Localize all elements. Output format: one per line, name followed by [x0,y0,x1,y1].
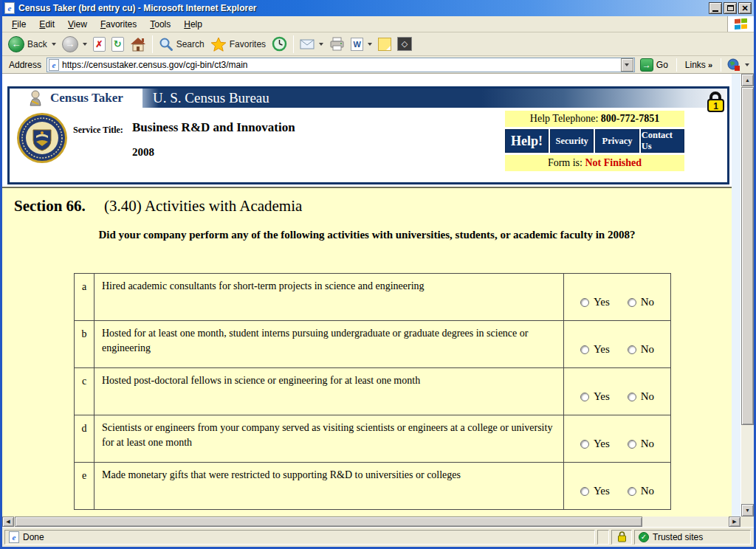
page-icon: e [49,59,59,71]
row-description: Hired academic consultants for short-ter… [94,274,564,321]
form-status-bar: Form is: Not Finished [505,155,684,171]
privacy-button[interactable]: Privacy [595,129,639,153]
address-input[interactable]: e https://censustaker.census.gov/cgi-bin… [47,58,635,72]
table-row: d Scientists or engineers from your comp… [75,415,671,463]
menu-tools[interactable]: Tools [143,17,177,32]
security-button[interactable]: Security [550,129,594,153]
app-name: Census Taker [50,91,123,106]
pdf-dropdown-icon[interactable] [745,63,749,66]
yes-radio[interactable] [580,298,589,307]
pdf-globe-button[interactable] [724,57,752,73]
trusted-check-icon: ✓ [639,532,649,542]
activities-table: a Hired academic consultants for short-t… [74,273,671,510]
address-dropdown-button[interactable] [621,58,633,72]
help-phone-label: Help Telephone: [530,113,598,124]
help-button[interactable]: Help! [505,129,549,153]
links-button[interactable]: Links » [680,60,718,70]
scroll-down-icon[interactable]: ▼ [741,504,754,517]
stop-button[interactable]: ✗ [90,35,109,53]
menu-view[interactable]: View [61,17,94,32]
vertical-scrollbar[interactable]: ▲ ▼ [740,74,754,517]
no-radio[interactable] [628,487,636,496]
yes-radio[interactable] [580,345,589,354]
service-title: Business R&D and Innovation [132,120,295,135]
browser-viewport: Census Taker U. S. Census Bureau [2,74,754,527]
status-page-icon: e [9,531,19,543]
print-icon [329,37,345,51]
row-description: Scientists or engineers from your compan… [94,415,564,463]
header-nav: Help! Security Privacy Contact Us [505,129,684,153]
scroll-left-icon[interactable]: ◀ [2,517,14,527]
horizontal-scrollbar[interactable]: ◀ ▶ [2,517,740,527]
history-button[interactable] [269,35,290,53]
window-title: Census Taker (brd entry cu) - Microsoft … [18,3,709,13]
agency-banner: U. S. Census Bureau [142,89,727,108]
yes-radio[interactable] [580,440,589,449]
no-radio[interactable] [628,440,636,449]
notes-button[interactable] [375,36,394,52]
no-label: No [641,296,654,308]
section-title: (3.40) Activities with Academia [104,197,302,215]
edit-with-word-button[interactable]: W [348,36,375,52]
search-icon [159,37,173,52]
menu-help[interactable]: Help [177,17,209,32]
row-description: Hosted post-doctoral fellows in science … [94,368,564,415]
header-body: Service Title: Business R&D and Innovati… [10,108,727,182]
favorites-button[interactable]: Favorites [207,35,269,53]
refresh-button[interactable]: ↻ [109,35,127,53]
highlight-tool-button[interactable]: ◇ [394,35,415,52]
census-header-box: Census Taker U. S. Census Bureau [7,86,729,184]
table-row: e Made monetary gifts that were restrict… [75,463,671,510]
back-dropdown-icon[interactable] [52,43,56,46]
print-button[interactable] [326,35,348,52]
contact-us-button[interactable]: Contact Us [641,129,684,153]
favorites-star-icon [210,37,227,52]
mail-button[interactable] [297,38,326,51]
section-number: Section 66. [14,197,86,215]
service-year: 2008 [132,146,154,159]
menu-edit[interactable]: Edit [32,17,61,32]
navigation-toolbar: ← Back → ✗ ↻ Search [2,32,754,56]
vertical-scroll-thumb[interactable] [741,87,754,425]
forward-dropdown-icon[interactable] [83,43,87,46]
scroll-up-icon[interactable]: ▲ [741,74,754,86]
horizontal-scroll-thumb[interactable] [15,517,642,527]
row-letter: e [75,463,94,510]
row-letter: b [75,321,94,368]
help-telephone-bar: Help Telephone: 800-772-7851 [505,111,684,127]
ie-window-icon: e [4,2,15,14]
yes-radio[interactable] [580,487,589,496]
history-icon [272,36,287,52]
scrollbar-corner [740,517,754,527]
section-heading: Section 66. (3.40) Activities with Acade… [2,188,732,215]
secure-lock-icon: 1 [705,90,726,114]
table-row: a Hired academic consultants for short-t… [75,274,671,321]
address-url[interactable]: https://censustaker.census.gov/cgi-bin/c… [62,60,618,70]
no-radio[interactable] [628,393,636,401]
yes-label: Yes [594,390,610,403]
maximize-button[interactable] [724,2,737,14]
mail-icon [300,39,315,49]
scroll-right-icon[interactable]: ▶ [729,517,740,527]
search-button[interactable]: Search [156,35,207,53]
form-status-label: Form is: [548,157,583,168]
back-button[interactable]: ← Back [5,35,59,54]
yes-label: Yes [594,296,610,308]
links-label: Links [685,60,706,70]
minimize-button[interactable] [709,2,722,14]
chevron-icon: » [708,61,712,69]
back-label: Back [27,39,47,49]
forward-button[interactable]: → [59,35,90,54]
close-button[interactable]: ✕ [738,2,752,14]
no-radio[interactable] [628,345,636,354]
home-button[interactable] [127,35,149,53]
menu-favorites[interactable]: Favorites [94,17,143,32]
menu-bar: File Edit View Favorites Tools Help [2,16,754,32]
status-text: Done [23,532,44,542]
menu-file[interactable]: File [5,17,32,32]
word-dropdown-icon[interactable] [368,43,372,46]
no-radio[interactable] [628,298,636,307]
yes-radio[interactable] [580,393,589,401]
mail-dropdown-icon[interactable] [319,43,323,46]
go-button[interactable]: → Go [635,58,673,72]
